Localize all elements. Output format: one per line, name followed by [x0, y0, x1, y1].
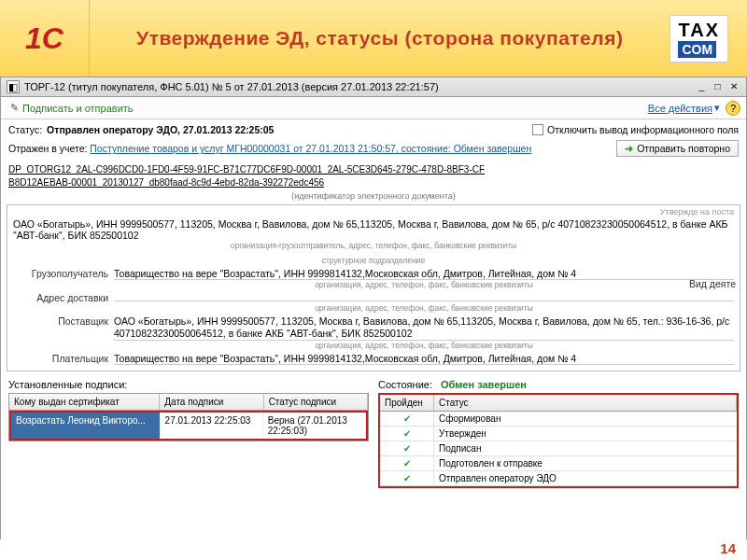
doc-icon: ◧: [7, 80, 20, 93]
signatures-table: Кому выдан сертификат Дата подписи Стату…: [8, 393, 369, 441]
status-value: Отправлен оператору ЭДО, 27.01.2013 22:2…: [47, 124, 274, 135]
supplier-row: Поставщик ОАО «Богатырь», ИНН 9999500577…: [13, 315, 734, 341]
org-sub: организация-грузоотправитель, адрес, тел…: [13, 241, 734, 250]
payer-value: Товарищество на вере "Возрастать", ИНН 9…: [114, 353, 734, 365]
supplier-sub: организация, адрес, телефон, факс, банко…: [114, 341, 734, 350]
supplier-value: ОАО «Богатырь», ИНН 9999500577, 113205, …: [114, 315, 734, 341]
sig-cert-cell: Возрастать Леонид Викторо...: [11, 413, 161, 439]
state-title-row: Состояние: Обмен завершен: [378, 379, 739, 390]
document-id: DP_OTORG12_2AL-C996DCD0-1FD0-4F59-91FC-B…: [1, 161, 746, 190]
state-status: Подписан: [434, 441, 737, 455]
struct-sub: структурное подразделение: [13, 256, 734, 265]
state-col-passed[interactable]: Пройден: [380, 395, 434, 411]
sig-col-status[interactable]: Статус подписи: [264, 394, 368, 410]
check-icon: ✔: [380, 471, 434, 485]
taxcom-top: TAX: [678, 20, 720, 41]
check-icon: ✔: [380, 456, 434, 470]
logo-taxcom: TAX COM: [669, 15, 728, 63]
state-status: Подготовлен к отправке: [434, 456, 737, 470]
state-value: Обмен завершен: [441, 379, 527, 390]
reflected-row: Отражен в учете: Поступление товаров и у…: [8, 143, 531, 154]
status-label: Статус:: [8, 124, 42, 135]
arrow-right-icon: ➜: [625, 143, 633, 154]
consignee-sub: организация, адрес, телефон, факс, банко…: [114, 280, 734, 289]
state-row[interactable]: ✔Отправлен оператору ЭДО: [380, 471, 737, 486]
reflected-link[interactable]: Поступление товаров и услуг МГН00000031 …: [90, 143, 531, 154]
status-row: Статус: Отправлен оператору ЭДО, 27.01.2…: [1, 119, 746, 140]
state-status: Сформирован: [434, 412, 737, 426]
slide-header: 1С Утверждение ЭД, статусы (сторона поку…: [0, 0, 747, 77]
document-panel: Утвержде на поста ОАО «Богатырь», ИНН 99…: [7, 204, 740, 371]
payer-label: Плательщик: [13, 353, 108, 364]
org-info: ОАО «Богатырь», ИНН 9999500577, 113205, …: [13, 218, 734, 241]
signatures-title: Установленные подписи:: [8, 379, 369, 390]
disable-info-label: Отключить вывод информационного поля: [547, 124, 739, 135]
delivery-row: Адрес доставки: [13, 292, 734, 303]
window-titlebar: ◧ ТОРГ-12 (титул покупателя, ФНС 5.01) №…: [1, 77, 746, 97]
state-row[interactable]: ✔Подготовлен к отправке: [380, 456, 737, 471]
delivery-value: [114, 301, 734, 301]
vid-label: Вид деяте: [689, 278, 736, 289]
sign-send-button[interactable]: ✎ Подписать и отправить: [7, 100, 137, 116]
state-status: Утвержден: [434, 427, 737, 441]
resend-label: Отправить повторно: [637, 143, 730, 154]
slide-title: Утверждение ЭД, статусы (сторона покупат…: [90, 26, 669, 50]
sig-date-cell: 27.01.2013 22:25:03: [161, 413, 263, 439]
state-row[interactable]: ✔Утвержден: [380, 427, 737, 441]
consignee-value: Товарищество на вере "Возрастать", ИНН 9…: [114, 268, 734, 280]
check-icon: ✔: [380, 412, 434, 426]
app-window: ◧ ТОРГ-12 (титул покупателя, ФНС 5.01) №…: [0, 77, 747, 539]
minimize-button[interactable]: _: [695, 81, 709, 93]
supplier-label: Поставщик: [13, 315, 108, 327]
consignee-label: Грузополучатель: [13, 268, 108, 279]
toolbar: ✎ Подписать и отправить Все действия ▾ ?: [1, 97, 746, 119]
reflected-label: Отражен в учете:: [8, 143, 87, 154]
docid-caption: (идентификатор электронного документа): [1, 191, 746, 201]
state-row[interactable]: ✔Сформирован: [380, 412, 737, 427]
maximize-button[interactable]: □: [711, 81, 725, 93]
logo-1c-text: 1С: [25, 21, 63, 56]
consignee-row: Грузополучатель Товарищество на вере "Во…: [13, 268, 734, 280]
all-actions-link[interactable]: Все действия: [648, 103, 712, 114]
state-status: Отправлен оператору ЭДО: [434, 471, 737, 485]
window-title: ТОРГ-12 (титул покупателя, ФНС 5.01) № 5…: [24, 81, 693, 92]
signature-row[interactable]: Возрастать Леонид Викторо... 27.01.2013 …: [9, 411, 368, 441]
resend-button[interactable]: ➜ Отправить повторно: [616, 140, 739, 157]
sig-status-cell: Верна (27.01.2013 22:25:03): [263, 413, 366, 439]
approval-note: Утвержде на поста: [660, 207, 734, 217]
check-icon: ✔: [380, 441, 434, 455]
sig-col-date[interactable]: Дата подписи: [160, 394, 263, 410]
help-button[interactable]: ?: [726, 101, 740, 116]
pencil-icon: ✎: [10, 102, 19, 114]
logo-1c: 1С: [0, 0, 90, 77]
state-title: Состояние:: [378, 379, 432, 390]
sig-col-cert[interactable]: Кому выдан сертификат: [9, 394, 160, 410]
taxcom-bottom: COM: [678, 41, 716, 58]
close-button[interactable]: ✕: [726, 81, 740, 93]
delivery-label: Адрес доставки: [13, 292, 108, 303]
check-icon: ✔: [380, 427, 434, 441]
disable-info-checkbox[interactable]: [532, 124, 543, 135]
signatures-section: Установленные подписи: Кому выдан сертиф…: [1, 373, 746, 494]
slide-number: 14: [720, 540, 736, 556]
document-body: Статус: Отправлен оператору ЭДО, 27.01.2…: [1, 119, 746, 545]
state-table: Пройден Статус ✔Сформирован ✔Утвержден ✔…: [378, 393, 739, 488]
state-row[interactable]: ✔Подписан: [380, 441, 737, 456]
delivery-sub: организация, адрес, телефон, факс, банко…: [114, 303, 734, 313]
payer-row: Плательщик Товарищество на вере "Возраст…: [13, 353, 734, 365]
sign-send-label: Подписать и отправить: [22, 103, 134, 114]
dropdown-icon[interactable]: ▾: [714, 102, 720, 114]
state-col-status[interactable]: Статус: [434, 395, 737, 411]
docid-line1: DP_OTORG12_2AL-C996DCD0-1FD0-4F59-91FC-B…: [8, 163, 739, 176]
docid-line2: B8D12AEBAB-00001_20130127_db80faad-8c9d-…: [8, 176, 739, 189]
